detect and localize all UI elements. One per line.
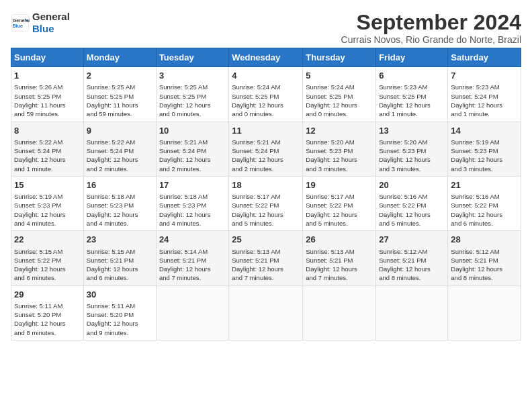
calendar-cell [448, 285, 521, 340]
calendar-cell: 10Sunrise: 5:21 AMSunset: 5:24 PMDayligh… [156, 122, 228, 176]
day-number: 26 [306, 234, 373, 246]
calendar-cell: 30Sunrise: 5:11 AMSunset: 5:20 PMDayligh… [83, 285, 156, 340]
day-info: Sunrise: 5:11 AMSunset: 5:20 PMDaylight:… [87, 302, 153, 337]
day-info: Sunrise: 5:23 AMSunset: 5:24 PMDaylight:… [451, 83, 518, 118]
calendar-cell: 16Sunrise: 5:18 AMSunset: 5:23 PMDayligh… [83, 176, 156, 230]
calendar-cell: 27Sunrise: 5:12 AMSunset: 5:21 PMDayligh… [376, 231, 448, 285]
calendar-cell: 8Sunrise: 5:22 AMSunset: 5:24 PMDaylight… [11, 122, 84, 176]
day-number: 28 [451, 234, 518, 246]
calendar-cell: 22Sunrise: 5:15 AMSunset: 5:22 PMDayligh… [11, 231, 84, 285]
day-number: 5 [306, 70, 373, 82]
day-info: Sunrise: 5:19 AMSunset: 5:23 PMDaylight:… [14, 192, 81, 228]
day-number: 16 [87, 179, 153, 191]
day-info: Sunrise: 5:11 AMSunset: 5:20 PMDaylight:… [14, 302, 81, 337]
calendar-cell: 1Sunrise: 5:26 AMSunset: 5:25 PMDaylight… [11, 67, 84, 122]
day-number: 13 [379, 125, 445, 137]
day-info: Sunrise: 5:25 AMSunset: 5:25 PMDaylight:… [87, 83, 153, 118]
page-header: General Blue General Blue September 2024… [11, 11, 521, 45]
day-info: Sunrise: 5:17 AMSunset: 5:22 PMDaylight:… [232, 192, 300, 228]
calendar-week-row: 1Sunrise: 5:26 AMSunset: 5:25 PMDaylight… [11, 67, 521, 122]
calendar-cell: 12Sunrise: 5:20 AMSunset: 5:23 PMDayligh… [303, 122, 376, 176]
calendar-cell [229, 285, 303, 340]
day-number: 14 [451, 125, 518, 137]
day-header-sunday: Sunday [11, 48, 84, 67]
calendar-week-row: 29Sunrise: 5:11 AMSunset: 5:20 PMDayligh… [11, 285, 521, 340]
day-info: Sunrise: 5:16 AMSunset: 5:22 PMDaylight:… [451, 192, 518, 228]
calendar-cell [156, 285, 228, 340]
day-number: 27 [379, 234, 445, 246]
day-info: Sunrise: 5:20 AMSunset: 5:23 PMDaylight:… [379, 138, 445, 173]
location-title: Currais Novos, Rio Grande do Norte, Braz… [341, 34, 521, 45]
day-number: 21 [451, 179, 518, 191]
day-info: Sunrise: 5:22 AMSunset: 5:24 PMDaylight:… [87, 138, 153, 173]
day-number: 29 [14, 289, 81, 301]
day-number: 10 [159, 125, 226, 137]
day-info: Sunrise: 5:21 AMSunset: 5:24 PMDaylight:… [232, 138, 300, 173]
day-info: Sunrise: 5:22 AMSunset: 5:24 PMDaylight:… [14, 138, 81, 173]
calendar-cell: 19Sunrise: 5:17 AMSunset: 5:22 PMDayligh… [303, 176, 376, 230]
calendar-cell: 24Sunrise: 5:14 AMSunset: 5:21 PMDayligh… [156, 231, 228, 285]
day-header-saturday: Saturday [448, 48, 521, 67]
day-number: 3 [159, 70, 226, 82]
svg-text:Blue: Blue [13, 24, 23, 28]
calendar-cell: 13Sunrise: 5:20 AMSunset: 5:23 PMDayligh… [376, 122, 448, 176]
calendar-cell: 11Sunrise: 5:21 AMSunset: 5:24 PMDayligh… [229, 122, 303, 176]
day-info: Sunrise: 5:18 AMSunset: 5:23 PMDaylight:… [159, 192, 226, 228]
calendar-cell: 21Sunrise: 5:16 AMSunset: 5:22 PMDayligh… [448, 176, 521, 230]
logo: General Blue General Blue [11, 11, 70, 35]
day-number: 24 [159, 234, 226, 246]
day-number: 6 [379, 70, 445, 82]
logo-icon: General Blue [11, 13, 30, 32]
day-info: Sunrise: 5:13 AMSunset: 5:21 PMDaylight:… [232, 247, 300, 283]
day-number: 25 [232, 234, 300, 246]
day-number: 22 [14, 234, 81, 246]
day-info: Sunrise: 5:20 AMSunset: 5:23 PMDaylight:… [306, 138, 373, 173]
day-info: Sunrise: 5:17 AMSunset: 5:22 PMDaylight:… [306, 192, 373, 228]
calendar-cell: 29Sunrise: 5:11 AMSunset: 5:20 PMDayligh… [11, 285, 84, 340]
calendar-cell: 26Sunrise: 5:13 AMSunset: 5:21 PMDayligh… [303, 231, 376, 285]
calendar-table: SundayMondayTuesdayWednesdayThursdayFrid… [11, 48, 521, 340]
calendar-body: 1Sunrise: 5:26 AMSunset: 5:25 PMDaylight… [11, 67, 521, 340]
day-info: Sunrise: 5:23 AMSunset: 5:25 PMDaylight:… [379, 83, 445, 118]
day-info: Sunrise: 5:16 AMSunset: 5:22 PMDaylight:… [379, 192, 445, 228]
day-info: Sunrise: 5:25 AMSunset: 5:25 PMDaylight:… [159, 83, 226, 118]
day-number: 17 [159, 179, 226, 191]
day-info: Sunrise: 5:18 AMSunset: 5:23 PMDaylight:… [87, 192, 153, 228]
calendar-week-row: 8Sunrise: 5:22 AMSunset: 5:24 PMDaylight… [11, 122, 521, 176]
logo-text: General Blue [32, 11, 70, 35]
day-info: Sunrise: 5:12 AMSunset: 5:21 PMDaylight:… [451, 247, 518, 283]
calendar-cell: 14Sunrise: 5:19 AMSunset: 5:23 PMDayligh… [448, 122, 521, 176]
calendar-cell: 28Sunrise: 5:12 AMSunset: 5:21 PMDayligh… [448, 231, 521, 285]
svg-text:General: General [13, 18, 30, 23]
calendar-cell: 15Sunrise: 5:19 AMSunset: 5:23 PMDayligh… [11, 176, 84, 230]
day-info: Sunrise: 5:15 AMSunset: 5:22 PMDaylight:… [14, 247, 81, 283]
month-title: September 2024 [341, 11, 521, 34]
day-number: 18 [232, 179, 300, 191]
day-info: Sunrise: 5:21 AMSunset: 5:24 PMDaylight:… [159, 138, 226, 173]
calendar-cell: 7Sunrise: 5:23 AMSunset: 5:24 PMDaylight… [448, 67, 521, 122]
calendar-cell: 6Sunrise: 5:23 AMSunset: 5:25 PMDaylight… [376, 67, 448, 122]
day-info: Sunrise: 5:26 AMSunset: 5:25 PMDaylight:… [14, 83, 81, 118]
day-number: 1 [14, 70, 81, 82]
calendar-cell: 9Sunrise: 5:22 AMSunset: 5:24 PMDaylight… [83, 122, 156, 176]
calendar-cell: 3Sunrise: 5:25 AMSunset: 5:25 PMDaylight… [156, 67, 228, 122]
day-number: 23 [87, 234, 153, 246]
calendar-cell: 18Sunrise: 5:17 AMSunset: 5:22 PMDayligh… [229, 176, 303, 230]
day-header-wednesday: Wednesday [229, 48, 303, 67]
calendar-header-row: SundayMondayTuesdayWednesdayThursdayFrid… [11, 48, 521, 67]
day-number: 4 [232, 70, 300, 82]
day-number: 8 [14, 125, 81, 137]
day-number: 9 [87, 125, 153, 137]
day-info: Sunrise: 5:15 AMSunset: 5:21 PMDaylight:… [87, 247, 153, 283]
day-number: 7 [451, 70, 518, 82]
day-info: Sunrise: 5:24 AMSunset: 5:25 PMDaylight:… [232, 83, 300, 118]
calendar-cell: 23Sunrise: 5:15 AMSunset: 5:21 PMDayligh… [83, 231, 156, 285]
day-info: Sunrise: 5:19 AMSunset: 5:23 PMDaylight:… [451, 138, 518, 173]
day-number: 11 [232, 125, 300, 137]
day-info: Sunrise: 5:12 AMSunset: 5:21 PMDaylight:… [379, 247, 445, 283]
day-header-friday: Friday [376, 48, 448, 67]
day-info: Sunrise: 5:14 AMSunset: 5:21 PMDaylight:… [159, 247, 226, 283]
calendar-cell: 25Sunrise: 5:13 AMSunset: 5:21 PMDayligh… [229, 231, 303, 285]
day-header-tuesday: Tuesday [156, 48, 228, 67]
day-info: Sunrise: 5:24 AMSunset: 5:25 PMDaylight:… [306, 83, 373, 118]
